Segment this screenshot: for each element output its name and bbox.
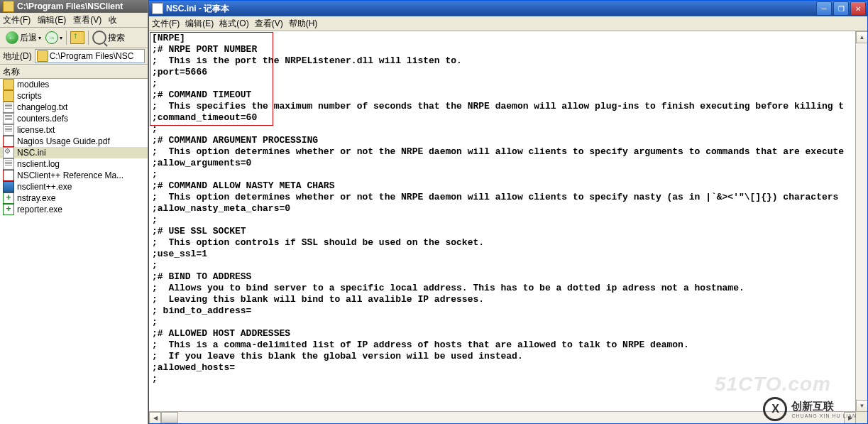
- exe-icon: [3, 181, 14, 192]
- address-input[interactable]: C:\Program Files\NSC: [35, 49, 145, 63]
- search-icon: [92, 31, 106, 45]
- notepad-menubar: 文件(F) 编辑(E) 格式(O) 查看(V) 帮助(H): [149, 16, 867, 31]
- menu-fav[interactable]: 收: [109, 14, 117, 26]
- explorer-titlebar[interactable]: C:\Program Files\NSClient: [0, 0, 148, 13]
- notepad-titlebar[interactable]: NSC.ini - 记事本 ─ ❐ ✕: [149, 1, 867, 16]
- scrollbar-horizontal[interactable]: ◀ ▶: [149, 411, 856, 423]
- greenplus-icon: +: [3, 192, 14, 204]
- separator: [66, 31, 67, 45]
- file-row[interactable]: modules: [0, 79, 148, 90]
- menu-edit[interactable]: 编辑(E): [185, 18, 214, 30]
- file-name: changelog.txt: [17, 102, 67, 112]
- txt-icon: [3, 158, 14, 170]
- notepad-title: NSC.ini - 记事本: [166, 3, 816, 15]
- menu-edit[interactable]: 编辑(E): [38, 14, 66, 26]
- file-name: license.txt: [17, 125, 55, 135]
- scrollbar-vertical[interactable]: ▲ ▼: [855, 31, 867, 412]
- scroll-up-icon[interactable]: ▲: [856, 31, 867, 43]
- search-button[interactable]: 搜索: [92, 31, 125, 45]
- folder-icon: [37, 50, 48, 62]
- forward-dropdown[interactable]: ▾: [60, 35, 62, 41]
- file-name: reporter.exe: [17, 205, 62, 214]
- maximize-button[interactable]: ❐: [833, 1, 849, 16]
- notepad-icon: [152, 3, 163, 14]
- scroll-right-icon[interactable]: ▶: [844, 412, 856, 423]
- ini-icon: [3, 147, 14, 158]
- minimize-button[interactable]: ─: [816, 1, 832, 16]
- menu-view[interactable]: 查看(V): [255, 18, 283, 30]
- file-row[interactable]: nsclient.log: [0, 158, 148, 170]
- file-name: modules: [17, 80, 49, 89]
- forward-button[interactable]: →: [45, 31, 58, 44]
- file-name: NSClient++ Reference Ma...: [17, 170, 123, 180]
- file-row[interactable]: NSClient++ Reference Ma...: [0, 170, 148, 181]
- fld-icon: [3, 90, 14, 102]
- explorer-menubar: 文件(F) 编辑(E) 查看(V) 收: [0, 13, 148, 28]
- menu-file[interactable]: 文件(F): [152, 18, 180, 30]
- menu-format[interactable]: 格式(O): [219, 18, 248, 30]
- file-row[interactable]: Nagios Usage Guide.pdf: [0, 136, 148, 147]
- up-button[interactable]: [70, 31, 84, 44]
- scroll-track-h[interactable]: [161, 412, 844, 423]
- pdf-icon: [3, 170, 14, 181]
- scroll-thumb-h[interactable]: [161, 412, 178, 423]
- menu-file[interactable]: 文件(F): [3, 14, 31, 26]
- back-icon: ←: [6, 31, 18, 44]
- file-name: NSC.ini: [17, 148, 46, 158]
- menu-view[interactable]: 查看(V): [73, 14, 101, 26]
- explorer-toolbar: ← 后退 ▾ → ▾ 搜索: [0, 28, 148, 48]
- file-row[interactable]: changelog.txt: [0, 102, 148, 113]
- file-row[interactable]: scripts: [0, 90, 148, 102]
- file-name: counters.defs: [17, 114, 68, 124]
- menu-help[interactable]: 帮助(H): [289, 18, 318, 30]
- file-row[interactable]: counters.defs: [0, 113, 148, 124]
- file-list: modulesscriptschangelog.txtcounters.defs…: [0, 79, 148, 215]
- txt-icon: [3, 124, 14, 136]
- file-name: nsclient.log: [17, 159, 60, 169]
- file-row[interactable]: +reporter.exe: [0, 204, 148, 215]
- file-name: scripts: [17, 91, 42, 101]
- close-button[interactable]: ✕: [850, 1, 866, 16]
- file-name: nsclient++.exe: [17, 182, 72, 192]
- txt-icon: [3, 113, 14, 124]
- column-header-name[interactable]: 名称: [0, 65, 148, 79]
- highlight-box: [150, 32, 273, 126]
- explorer-window: C:\Program Files\NSClient 文件(F) 编辑(E) 查看…: [0, 0, 148, 424]
- fld-icon: [3, 79, 14, 90]
- file-row[interactable]: nsclient++.exe: [0, 181, 148, 192]
- separator: [88, 31, 89, 45]
- explorer-title: C:\Program Files\NSClient: [17, 1, 123, 11]
- scroll-left-icon[interactable]: ◀: [149, 412, 161, 423]
- pdf-icon: [3, 136, 14, 147]
- notepad-body: [NRPE] ;# NRPE PORT NUMBER ; This is the…: [149, 31, 867, 423]
- scroll-down-icon[interactable]: ▼: [856, 400, 867, 412]
- dropdown-icon: ▾: [38, 35, 41, 41]
- explorer-addressbar: 地址(D) C:\Program Files\NSC: [0, 48, 148, 65]
- address-label: 地址(D): [3, 50, 32, 62]
- address-path: C:\Program Files\NSC: [50, 51, 134, 61]
- scroll-corner: [856, 412, 867, 423]
- file-row[interactable]: +nstray.exe: [0, 192, 148, 204]
- notepad-window: NSC.ini - 记事本 ─ ❐ ✕ 文件(F) 编辑(E) 格式(O) 查看…: [148, 0, 868, 424]
- folder-icon: [3, 1, 14, 12]
- greenplus-icon: +: [3, 204, 14, 215]
- file-name: Nagios Usage Guide.pdf: [17, 136, 110, 146]
- scroll-track-v[interactable]: [856, 43, 867, 400]
- file-row[interactable]: license.txt: [0, 124, 148, 136]
- back-button[interactable]: ← 后退 ▾: [3, 30, 44, 45]
- file-name: nstray.exe: [17, 193, 55, 203]
- file-row[interactable]: NSC.ini: [0, 147, 148, 158]
- txt-icon: [3, 102, 14, 113]
